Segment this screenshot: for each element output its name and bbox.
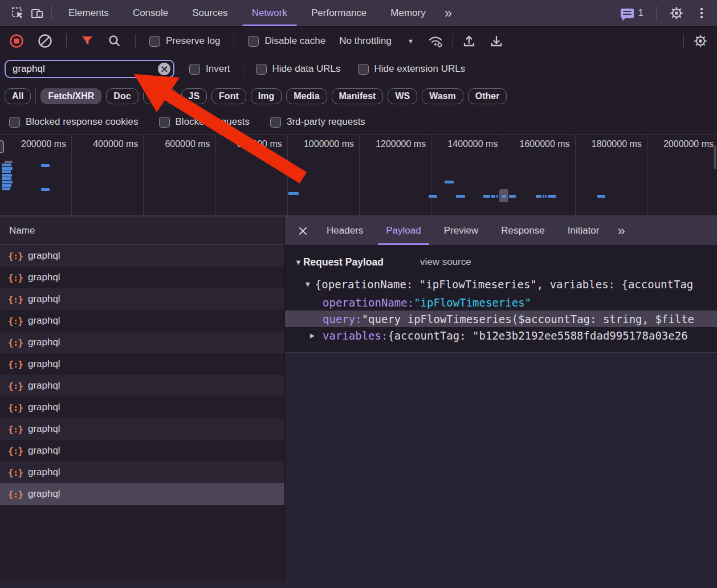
tab-elements[interactable]: Elements [56,0,121,26]
3rd-party-requests-toggle[interactable]: 3rd-party requests [270,116,365,128]
throttling-select[interactable]: No throttling ▼ [339,35,414,47]
expand-triangle-icon[interactable]: ▶ [310,331,315,340]
hide-data-urls-toggle[interactable]: Hide data URLs [256,63,341,75]
table-row[interactable]: {:}graphql [0,332,284,353]
invert-toggle[interactable]: Invert [189,63,230,75]
network-settings-gear-icon[interactable] [693,34,708,48]
details-tab-initiator[interactable]: Initiator [556,217,611,245]
details-tab-response[interactable]: Response [490,217,556,245]
payload-row-query[interactable]: query: "query ipFlowTimeseries($accountT… [285,311,717,327]
details-tab-payload[interactable]: Payload [374,217,432,245]
blocked-requests-toggle[interactable]: Blocked requests [159,116,250,128]
device-toolbar-icon[interactable] [27,3,47,23]
tab-console[interactable]: Console [121,0,180,26]
type-filter-manifest[interactable]: Manifest [332,88,384,104]
tab-memory[interactable]: Memory [378,0,437,26]
network-conditions-icon[interactable] [427,34,443,48]
kebab-menu-icon[interactable] [692,3,711,23]
type-filter-media[interactable]: Media [286,88,327,104]
type-filter-ws[interactable]: WS [388,88,417,104]
request-timing-bar[interactable] [543,195,544,198]
table-row[interactable]: {:}graphql [0,353,284,375]
timeline-scrollbar-fragment[interactable] [714,145,716,169]
payload-row-operationName[interactable]: operationName: "ipFlowTimeseries" [285,294,717,311]
tab-network[interactable]: Network [240,0,299,26]
filter-toggle-icon[interactable] [80,34,94,48]
hide-extension-urls-checkbox[interactable] [358,64,369,75]
request-timing-bar[interactable] [2,177,11,180]
collapse-triangle-icon[interactable]: ▼ [305,280,310,288]
more-details-tabs-icon[interactable]: » [610,217,632,245]
search-icon[interactable] [108,34,121,48]
payload-preview-line[interactable]: ▼ {operationName: "ipFlowTimeseries", va… [305,276,717,292]
request-timing-bar[interactable] [2,164,11,166]
table-row[interactable]: {:}graphql [0,310,284,332]
type-filter-all[interactable]: All [5,88,31,104]
table-row[interactable]: {:}graphql [0,245,284,267]
disable-cache-toggle[interactable]: Disable cache [248,35,325,47]
more-panels-icon[interactable]: » [438,6,459,20]
table-row[interactable]: {:}graphql [0,375,284,397]
request-timing-bar[interactable] [491,195,495,198]
request-timing-bar[interactable] [548,195,556,198]
type-filter-wasm[interactable]: Wasm [422,88,463,104]
request-timing-bar[interactable] [429,195,437,198]
request-timing-bar[interactable] [2,170,11,173]
table-row[interactable]: {:}graphql [0,483,284,505]
request-timing-bar[interactable] [545,195,547,198]
request-timing-bar[interactable] [496,195,498,198]
import-har-icon[interactable] [462,34,476,48]
type-filter-doc[interactable]: Doc [106,88,138,104]
details-tab-headers[interactable]: Headers [315,217,374,245]
type-filter-font[interactable]: Font [211,88,246,104]
hide-extension-urls-toggle[interactable]: Hide extension URLs [358,63,466,75]
close-details-button[interactable] [291,217,315,245]
tab-performance[interactable]: Performance [299,0,378,26]
type-filter-other[interactable]: Other [468,88,507,104]
request-timing-bar[interactable] [2,174,12,177]
table-row[interactable]: {:}graphql [0,440,284,462]
issues-icon[interactable]: 1 [621,7,646,19]
hide-data-urls-checkbox[interactable] [256,64,267,75]
request-timing-bar[interactable] [41,164,50,167]
table-row[interactable]: {:}graphql [0,397,284,418]
record-button[interactable] [9,34,24,48]
request-timing-bar[interactable] [2,167,13,170]
payload-row-variables[interactable]: ▶variables: {accountTag: "b12e3b2192ee55… [285,327,717,344]
preserve-log-checkbox[interactable] [149,36,160,47]
table-row[interactable]: {:}graphql [0,462,284,483]
request-timing-bar[interactable] [509,195,516,198]
request-timing-bar[interactable] [41,188,50,191]
tab-sources[interactable]: Sources [180,0,239,26]
request-timing-bar[interactable] [2,187,10,190]
request-timing-bar[interactable] [5,161,13,163]
filter-text-input[interactable]: graphql [5,60,174,78]
request-timing-bar[interactable] [502,195,506,198]
name-column-header[interactable]: Name [0,217,284,245]
type-filter-fetchxhr[interactable]: Fetch/XHR [40,88,101,104]
type-filter-img[interactable]: Img [251,88,282,104]
timeline-left-handle[interactable] [0,140,4,153]
request-timing-bar[interactable] [597,195,605,198]
clear-button[interactable] [38,34,52,48]
preserve-log-toggle[interactable]: Preserve log [149,35,220,47]
blocked-response-cookies-toggle[interactable]: Blocked response cookies [9,116,138,128]
request-timing-bar[interactable] [445,181,454,183]
checkbox-icon[interactable] [9,117,20,128]
clear-filter-icon[interactable] [158,63,170,75]
invert-checkbox[interactable] [189,64,200,75]
bottom-scrollbar-strip[interactable] [0,581,717,588]
table-row[interactable]: {:}graphql [0,267,284,288]
request-timing-bar[interactable] [2,181,13,183]
settings-gear-icon[interactable] [667,3,686,23]
request-timing-bar[interactable] [483,195,490,198]
type-filter-css[interactable]: CSS [143,88,177,104]
checkbox-icon[interactable] [270,117,281,128]
disable-cache-checkbox[interactable] [248,36,259,47]
inspect-element-icon[interactable] [8,3,27,23]
request-timing-bar[interactable] [456,195,465,198]
request-timing-bar[interactable] [536,195,541,198]
request-timing-bar[interactable] [288,192,299,195]
details-tab-preview[interactable]: Preview [433,217,490,245]
request-timing-bar[interactable] [2,184,11,187]
